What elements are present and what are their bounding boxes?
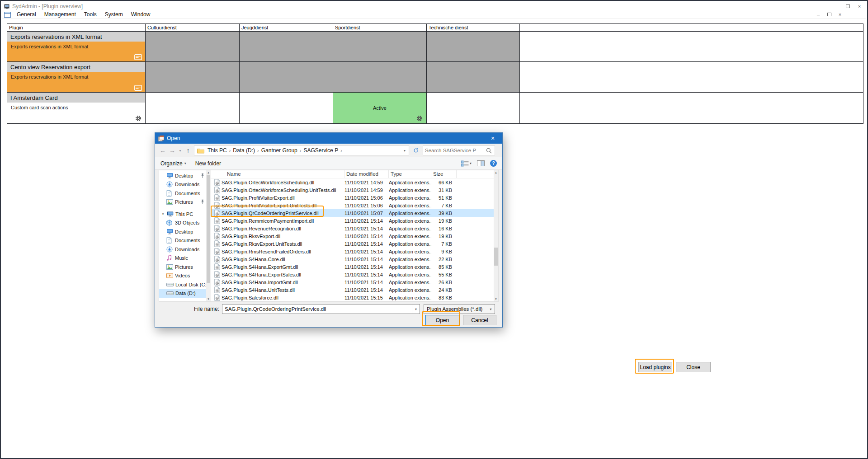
column-header-name[interactable]: Name bbox=[211, 170, 344, 178]
menu-management[interactable]: Management bbox=[40, 11, 80, 18]
load-plugins-button[interactable]: Load plugins bbox=[638, 362, 672, 372]
sidebar-item[interactable]: ▾ Desktop bbox=[159, 171, 206, 180]
scroll-down-icon[interactable]: ▼ bbox=[494, 297, 498, 301]
dept-cell[interactable] bbox=[240, 93, 333, 123]
file-row[interactable]: SAG.Plugin.Salesforce.dll 11/10/2021 15:… bbox=[211, 294, 498, 301]
sidebar-item[interactable]: ▾ Music bbox=[159, 254, 206, 263]
file-row[interactable]: SAG.Plugin.OrtecWorkforceScheduling.dll … bbox=[211, 178, 498, 186]
dept-cell[interactable] bbox=[146, 93, 240, 123]
sidebar-item[interactable]: ▾ Pictures bbox=[159, 198, 206, 207]
mdi-restore-icon[interactable] bbox=[824, 12, 835, 17]
scroll-up-icon[interactable]: ▲ bbox=[206, 170, 211, 175]
open-button[interactable]: Open bbox=[425, 315, 459, 325]
refresh-icon[interactable] bbox=[411, 145, 420, 155]
plugin-card[interactable]: Cento view Reservation export Exports re… bbox=[7, 62, 146, 93]
dept-cell[interactable] bbox=[240, 62, 333, 93]
mdi-minimize-icon[interactable]: – bbox=[813, 12, 824, 17]
sidebar-scrollbar[interactable]: ▲ ▼ bbox=[206, 170, 211, 301]
scroll-up-icon[interactable]: ▲ bbox=[494, 170, 498, 175]
sidebar-item[interactable]: ▾ Pictures bbox=[159, 262, 206, 272]
sidebar-item[interactable]: ▾ Downloads bbox=[159, 245, 206, 254]
maximize-icon[interactable] bbox=[842, 2, 854, 10]
dept-cell[interactable] bbox=[240, 32, 333, 62]
mdi-child-icon[interactable] bbox=[4, 12, 11, 18]
file-row[interactable]: SAG.Plugin.QrCodeOrderingPrintService.dl… bbox=[211, 209, 498, 217]
scrollbar-thumb[interactable] bbox=[494, 248, 498, 266]
breadcrumb-item[interactable]: Data (D:) bbox=[231, 147, 257, 154]
dept-cell-active[interactable]: Active bbox=[333, 93, 427, 123]
cancel-button[interactable]: Cancel bbox=[463, 315, 496, 325]
file-row[interactable]: SAG.Plugin.RmsResendFailedOrders.dll 11/… bbox=[211, 248, 498, 255]
organize-button[interactable]: Organize ▾ bbox=[160, 160, 186, 167]
dialog-titlebar[interactable]: Open × bbox=[155, 133, 502, 144]
view-options-button[interactable]: ▾ bbox=[461, 160, 472, 167]
gear-icon[interactable] bbox=[416, 115, 423, 122]
file-row[interactable]: SAG.Plugin.RevenueRecognition.dll 11/10/… bbox=[211, 225, 498, 232]
file-type-select[interactable]: Plugin Assemblies (*.dll) ▾ bbox=[424, 304, 495, 314]
file-row[interactable]: SAG.Plugin.ProfitVisitorExport.UnitTests… bbox=[211, 201, 498, 209]
menu-system[interactable]: System bbox=[101, 11, 127, 18]
file-row[interactable]: SAG.Plugin.S4Hana.UnitTests.dll 11/10/20… bbox=[211, 286, 498, 294]
breadcrumb-item[interactable]: SAGService P bbox=[302, 147, 340, 154]
dept-cell[interactable] bbox=[333, 32, 427, 62]
mdi-close-icon[interactable]: × bbox=[835, 12, 845, 17]
new-folder-button[interactable]: New folder bbox=[195, 160, 221, 167]
scrollbar-thumb[interactable] bbox=[207, 175, 210, 283]
file-row[interactable]: SAG.Plugin.S4Hana.ImportGmt.dll 11/10/20… bbox=[211, 278, 498, 286]
menu-window[interactable]: Window bbox=[127, 11, 155, 18]
titlebar[interactable]: SydAdmin - [Plugin overview] – × bbox=[2, 2, 866, 10]
sidebar-item[interactable]: ▾ Documents bbox=[159, 189, 206, 198]
close-button[interactable]: Close bbox=[676, 362, 711, 372]
column-header-type[interactable]: Type bbox=[389, 170, 431, 178]
column-header-date-modified[interactable]: Date modified bbox=[344, 170, 389, 178]
breadcrumb-item[interactable]: Gantner Group bbox=[259, 147, 299, 154]
close-icon[interactable]: × bbox=[854, 2, 865, 10]
address-bar[interactable]: This PC › Data (D:) › Gantner Group › bbox=[194, 145, 409, 155]
dept-cell[interactable] bbox=[427, 32, 520, 62]
scroll-down-icon[interactable]: ▼ bbox=[206, 297, 211, 301]
file-row[interactable]: SAG.Plugin.RemmicomPaymentImport.dll 11/… bbox=[211, 217, 498, 225]
dept-cell[interactable] bbox=[333, 62, 427, 93]
search-icon[interactable] bbox=[485, 148, 493, 154]
help-icon[interactable]: ? bbox=[490, 160, 497, 167]
expander-icon[interactable]: ▾ bbox=[161, 212, 165, 216]
gear-icon[interactable] bbox=[135, 115, 142, 122]
file-row[interactable]: SAG.Plugin.S4Hana.Core.dll 11/10/2021 15… bbox=[211, 255, 498, 263]
menu-general[interactable]: General bbox=[13, 11, 40, 18]
sidebar-item[interactable]: ▾ Videos bbox=[159, 272, 206, 281]
file-row[interactable]: SAG.Plugin.OrtecWorkforceScheduling.Unit… bbox=[211, 186, 498, 194]
file-row[interactable]: SAG.Plugin.ProfitVisitorExport.dll 11/10… bbox=[211, 194, 498, 201]
search-input[interactable] bbox=[425, 148, 485, 153]
file-list-scrollbar[interactable]: ▲ ▼ bbox=[494, 170, 498, 301]
chevron-down-icon[interactable]: ▾ bbox=[412, 304, 420, 314]
file-row[interactable]: SAG.Plugin.RksvExport.dll 11/10/2021 15:… bbox=[211, 232, 498, 240]
forward-icon[interactable]: → bbox=[169, 147, 176, 154]
minimize-icon[interactable]: – bbox=[830, 2, 842, 10]
back-icon[interactable]: ← bbox=[159, 147, 166, 154]
dept-cell[interactable] bbox=[146, 62, 240, 93]
sidebar-item[interactable]: ▾ Desktop bbox=[159, 227, 206, 236]
menu-tools[interactable]: Tools bbox=[80, 11, 101, 18]
sidebar-item[interactable]: ▾ Downloads bbox=[159, 180, 206, 189]
breadcrumb-item[interactable]: This PC bbox=[206, 147, 229, 154]
file-name-input[interactable] bbox=[222, 306, 412, 312]
file-row[interactable]: SAG.Plugin.S4Hana.ExportSales.dll 11/10/… bbox=[211, 271, 498, 278]
dept-cell[interactable] bbox=[146, 32, 240, 62]
dept-cell[interactable] bbox=[427, 62, 520, 93]
sidebar-item[interactable]: ▾ 3D Objects bbox=[159, 219, 206, 228]
file-row[interactable]: SAG.Plugin.S4Hana.ExportGmt.dll 11/10/20… bbox=[211, 263, 498, 271]
sidebar-item[interactable]: ▾ Data (D:) bbox=[159, 289, 206, 298]
preview-pane-icon[interactable] bbox=[477, 160, 485, 166]
address-dropdown-icon[interactable]: ▾ bbox=[404, 149, 407, 153]
column-header-size[interactable]: Size bbox=[431, 170, 457, 178]
sidebar-item[interactable]: ▾ Local Disk (C:) bbox=[159, 280, 206, 289]
up-icon[interactable]: ↑ bbox=[184, 147, 192, 154]
dept-cell[interactable] bbox=[427, 93, 520, 123]
plugin-card[interactable]: I Amsterdam Card Custom card scan action… bbox=[7, 93, 146, 123]
plugin-card[interactable]: Exports reservations in XML format Expor… bbox=[7, 32, 146, 62]
history-chevron-icon[interactable]: ▾ bbox=[178, 149, 182, 153]
sidebar-item[interactable]: ▾ Documents bbox=[159, 236, 206, 245]
sidebar-item[interactable]: ▾ This PC bbox=[159, 210, 206, 219]
file-row[interactable]: SAG.Plugin.RksvExport.UnitTests.dll 11/1… bbox=[211, 240, 498, 248]
dialog-close-icon[interactable]: × bbox=[483, 133, 502, 144]
